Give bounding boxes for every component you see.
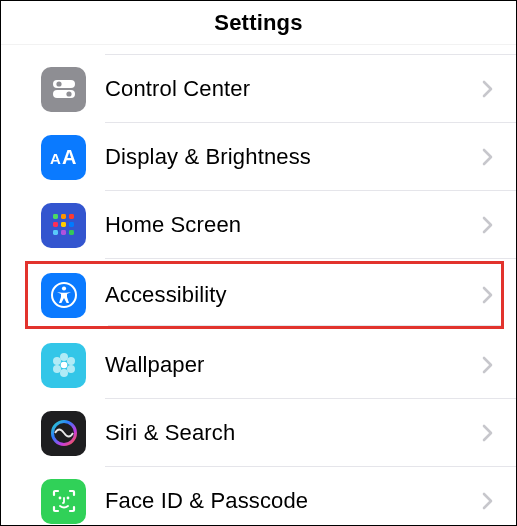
text-size-icon: A A xyxy=(41,135,86,180)
svg-text:A: A xyxy=(62,146,76,168)
svg-rect-13 xyxy=(61,230,66,235)
accessibility-icon xyxy=(41,273,86,318)
divider xyxy=(105,45,516,55)
svg-text:A: A xyxy=(50,150,61,167)
row-label: Wallpaper xyxy=(105,352,482,378)
svg-rect-14 xyxy=(69,230,74,235)
row-accessibility[interactable]: Accessibility xyxy=(25,261,504,329)
svg-point-21 xyxy=(53,365,61,373)
siri-icon xyxy=(41,411,86,456)
chevron-right-icon xyxy=(482,356,498,374)
row-display-brightness[interactable]: A A Display & Brightness xyxy=(1,123,516,191)
header: Settings xyxy=(1,1,516,45)
settings-list: Control Center A A Display & Brightness xyxy=(1,45,516,526)
svg-rect-0 xyxy=(53,80,75,88)
svg-rect-10 xyxy=(61,222,66,227)
toggles-icon xyxy=(41,67,86,112)
flower-icon xyxy=(41,343,86,388)
row-label: Accessibility xyxy=(105,282,482,308)
row-label: Siri & Search xyxy=(105,420,482,446)
svg-point-17 xyxy=(60,353,68,361)
svg-point-18 xyxy=(67,357,75,365)
svg-point-26 xyxy=(66,497,69,500)
page-title: Settings xyxy=(214,10,302,36)
svg-rect-7 xyxy=(61,214,66,219)
row-label: Control Center xyxy=(105,76,482,102)
row-control-center[interactable]: Control Center xyxy=(1,55,516,123)
svg-point-22 xyxy=(53,357,61,365)
svg-point-19 xyxy=(67,365,75,373)
svg-rect-2 xyxy=(53,90,75,98)
svg-rect-9 xyxy=(53,222,58,227)
svg-rect-8 xyxy=(69,214,74,219)
svg-point-23 xyxy=(60,362,67,369)
chevron-right-icon xyxy=(482,216,498,234)
svg-rect-11 xyxy=(69,222,74,227)
chevron-right-icon xyxy=(482,424,498,442)
chevron-right-icon xyxy=(482,286,498,304)
svg-point-1 xyxy=(56,81,61,86)
svg-point-16 xyxy=(61,286,65,290)
svg-point-25 xyxy=(58,497,61,500)
row-label: Display & Brightness xyxy=(105,144,482,170)
row-face-id-passcode[interactable]: Face ID & Passcode xyxy=(1,467,516,526)
row-label: Face ID & Passcode xyxy=(105,488,482,514)
row-label: Home Screen xyxy=(105,212,482,238)
row-siri-search[interactable]: Siri & Search xyxy=(1,399,516,467)
chevron-right-icon xyxy=(482,80,498,98)
row-home-screen[interactable]: Home Screen xyxy=(1,191,516,259)
chevron-right-icon xyxy=(482,148,498,166)
face-id-icon xyxy=(41,479,86,524)
svg-rect-6 xyxy=(53,214,58,219)
svg-rect-12 xyxy=(53,230,58,235)
svg-point-20 xyxy=(60,369,68,377)
row-wallpaper[interactable]: Wallpaper xyxy=(1,331,516,399)
svg-point-3 xyxy=(66,91,71,96)
app-grid-icon xyxy=(41,203,86,248)
chevron-right-icon xyxy=(482,492,498,510)
